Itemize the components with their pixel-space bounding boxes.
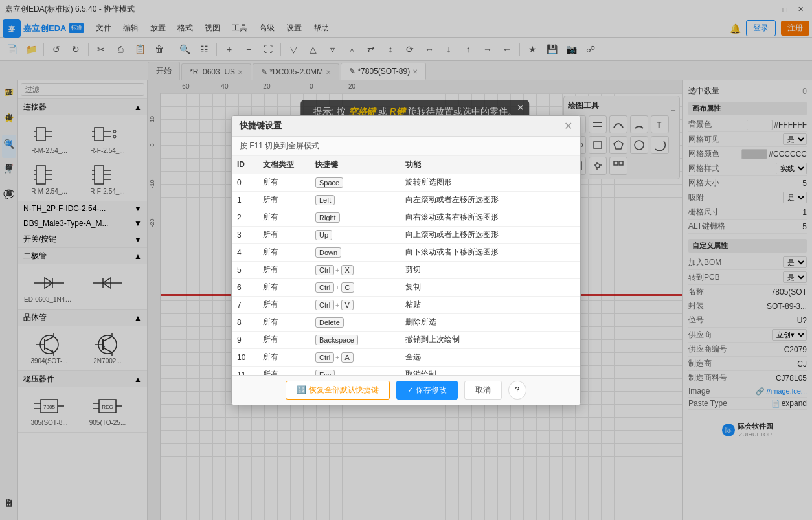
shortcut-row[interactable]: 0所有Space旋转所选图形 <box>232 174 580 192</box>
col-shortcut: 快捷键 <box>310 156 400 174</box>
save-button[interactable]: ✓ 保存修改 <box>396 381 458 400</box>
shortcut-key: Space <box>310 174 400 192</box>
shortcut-function: 粘贴 <box>400 296 580 313</box>
shortcut-row[interactable]: 11所有Esc取消绘制 <box>232 366 580 375</box>
key-badge: Delete <box>315 317 344 328</box>
key-badge: C <box>341 282 354 293</box>
key-badge: Down <box>315 247 341 258</box>
shortcut-id: 0 <box>232 174 258 192</box>
shortcut-key: Left <box>310 191 400 209</box>
shortcut-id: 6 <box>232 278 258 296</box>
cancel-label: 取消 <box>475 385 491 394</box>
shortcut-function: 取消绘制 <box>400 366 580 375</box>
shortcut-row[interactable]: 2所有Right向右滚动或者右移所选图形 <box>232 209 580 226</box>
key-badge: A <box>341 352 354 363</box>
shortcut-type: 所有 <box>258 313 310 331</box>
key-badge: Right <box>315 212 340 223</box>
shortcut-key: Right <box>310 209 400 226</box>
dialog-header: 快捷键设置 ✕ <box>232 116 580 137</box>
shortcut-key: Down <box>310 243 400 261</box>
shortcut-row[interactable]: 5所有Ctrl+X剪切 <box>232 261 580 278</box>
shortcut-table: 0所有Space旋转所选图形1所有Left向左滚动或者左移所选图形2所有Righ… <box>232 174 580 375</box>
dialog-close-icon[interactable]: ✕ <box>564 120 572 132</box>
shortcut-function: 剪切 <box>400 261 580 278</box>
shortcut-row[interactable]: 7所有Ctrl+V粘贴 <box>232 296 580 313</box>
key-badge: Left <box>315 195 335 205</box>
shortcut-type: 所有 <box>258 261 310 278</box>
key-badge: Esc <box>315 370 335 375</box>
shortcut-table-scroll[interactable]: 0所有Space旋转所选图形1所有Left向左滚动或者左移所选图形2所有Righ… <box>232 174 580 375</box>
shortcut-id: 2 <box>232 209 258 226</box>
key-sep: + <box>335 301 339 309</box>
shortcut-type: 所有 <box>258 243 310 261</box>
shortcut-id: 7 <box>232 296 258 313</box>
shortcut-id: 1 <box>232 191 258 209</box>
shortcut-key: Backspace <box>310 331 400 348</box>
shortcut-type: 所有 <box>258 174 310 192</box>
shortcut-id: 4 <box>232 243 258 261</box>
shortcut-row[interactable]: 1所有Left向左滚动或者左移所选图形 <box>232 191 580 209</box>
dialog-overlay: 快捷键设置 ✕ 按 F11 切换到全屏模式 ID 文档类型 快捷键 功能 <box>0 0 812 520</box>
shortcut-function: 撤销到上次绘制 <box>400 331 580 348</box>
shortcut-table-head: ID 文档类型 快捷键 功能 <box>232 156 580 174</box>
shortcut-function: 向左滚动或者左移所选图形 <box>400 191 580 209</box>
shortcut-key: Up <box>310 226 400 243</box>
key-badge: Ctrl <box>315 282 334 293</box>
cancel-button[interactable]: 取消 <box>464 381 502 400</box>
shortcut-row[interactable]: 8所有Delete删除所选 <box>232 313 580 331</box>
dialog-footer: 🔢 恢复全部默认快捷键 ✓ 保存修改 取消 ? <box>232 375 580 405</box>
shortcut-key: Ctrl+V <box>310 296 400 313</box>
shortcut-type: 所有 <box>258 191 310 209</box>
dialog-table-header: ID 文档类型 快捷键 功能 <box>232 156 580 174</box>
restore-label: 恢复全部默认快捷键 <box>309 385 379 394</box>
restore-icon: 🔢 <box>297 385 306 394</box>
shortcut-row[interactable]: 6所有Ctrl+C复制 <box>232 278 580 296</box>
key-sep: + <box>335 354 339 361</box>
save-label: ✓ 保存修改 <box>407 385 447 394</box>
dialog-title: 快捷键设置 <box>240 120 282 131</box>
col-type: 文档类型 <box>258 156 310 174</box>
shortcut-id: 9 <box>232 331 258 348</box>
shortcut-table-head-row: ID 文档类型 快捷键 功能 <box>232 156 580 174</box>
key-badge: X <box>341 265 354 275</box>
shortcut-type: 所有 <box>258 296 310 313</box>
key-sep: + <box>335 284 339 291</box>
shortcut-id: 10 <box>232 348 258 366</box>
shortcut-key: Delete <box>310 313 400 331</box>
help-button[interactable]: ? <box>508 381 526 400</box>
shortcut-id: 5 <box>232 261 258 278</box>
key-badge: Ctrl <box>315 265 334 275</box>
shortcut-function: 旋转所选图形 <box>400 174 580 192</box>
key-badge: Backspace <box>315 335 358 345</box>
key-badge: Ctrl <box>315 300 334 310</box>
shortcut-table-header: ID 文档类型 快捷键 功能 <box>232 156 580 174</box>
shortcut-id: 8 <box>232 313 258 331</box>
key-badge: Space <box>315 177 343 188</box>
shortcut-row[interactable]: 3所有Up向上滚动或者上移所选图形 <box>232 226 580 243</box>
col-function: 功能 <box>400 156 580 174</box>
restore-defaults-button[interactable]: 🔢 恢复全部默认快捷键 <box>286 381 389 400</box>
shortcut-type: 所有 <box>258 366 310 375</box>
dialog-tip: 按 F11 切换到全屏模式 <box>232 137 580 156</box>
shortcut-function: 向上滚动或者上移所选图形 <box>400 226 580 243</box>
key-badge: Ctrl <box>315 352 334 363</box>
shortcut-key: Ctrl+C <box>310 278 400 296</box>
shortcut-function: 复制 <box>400 278 580 296</box>
help-label: ? <box>515 385 520 394</box>
shortcut-id: 11 <box>232 366 258 375</box>
shortcut-key: Ctrl+X <box>310 261 400 278</box>
shortcut-row[interactable]: 4所有Down向下滚动或者下移所选图形 <box>232 243 580 261</box>
col-id: ID <box>232 156 258 174</box>
shortcut-table-body: 0所有Space旋转所选图形1所有Left向左滚动或者左移所选图形2所有Righ… <box>232 174 580 375</box>
shortcut-function: 全选 <box>400 348 580 366</box>
key-badge: V <box>341 300 354 310</box>
shortcut-row[interactable]: 10所有Ctrl+A全选 <box>232 348 580 366</box>
key-badge: Up <box>315 230 332 240</box>
shortcut-function: 向下滚动或者下移所选图形 <box>400 243 580 261</box>
shortcut-type: 所有 <box>258 209 310 226</box>
key-sep: + <box>335 266 339 274</box>
shortcut-row[interactable]: 9所有Backspace撤销到上次绘制 <box>232 331 580 348</box>
shortcut-key: Esc <box>310 366 400 375</box>
shortcut-type: 所有 <box>258 331 310 348</box>
shortcut-type: 所有 <box>258 226 310 243</box>
